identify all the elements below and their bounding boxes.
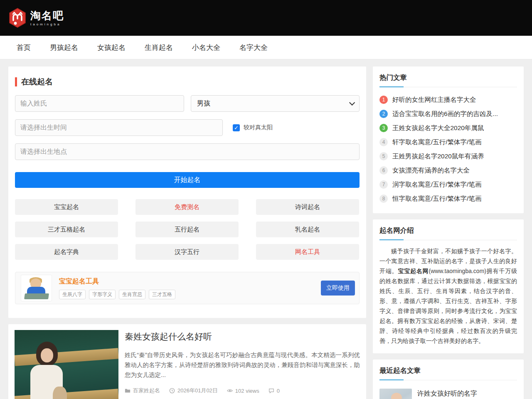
rank-badge: 4 xyxy=(379,138,388,146)
sidebar: 热门文章 1 好听的女生网红主播名字大全 2 适合宝宝取名用的6画的字的吉凶及.… xyxy=(373,66,524,399)
hot-articles-card: 热门文章 1 好听的女生网红主播名字大全 2 适合宝宝取名用的6画的字的吉凶及.… xyxy=(373,66,524,213)
hot-article-item[interactable]: 3 王姓女孩起名字大全2020年属鼠 xyxy=(379,121,517,135)
hot-article-item[interactable]: 4 轩字取名寓意/五行/繁体字/笔画 xyxy=(379,135,517,149)
rank-badge: 2 xyxy=(379,110,388,118)
baby-naming-tool-promo: 宝宝起名工具 生辰八字 字形字义 生肖宜忌 三才五格 立即使用 xyxy=(15,272,360,304)
main-nav: 首页 男孩起名 女孩起名 生肖起名 小名大全 名字大全 xyxy=(0,36,532,59)
section-title: 在线起名 xyxy=(21,76,53,87)
brand-name: 淘名吧 xyxy=(30,10,64,21)
use-now-button[interactable]: 立即使用 xyxy=(321,281,355,296)
tag-zixing: 字形字义 xyxy=(89,290,116,299)
nav-item-zodiac-names[interactable]: 生肖起名 xyxy=(145,43,173,52)
site-header: 淘名吧 taomingba xyxy=(0,0,532,36)
nav-item-girl-names[interactable]: 女孩起名 xyxy=(97,43,126,52)
nav-item-home[interactable]: 首页 xyxy=(17,43,31,52)
quick-link-free-name-test[interactable]: 免费测名 xyxy=(135,199,239,215)
tag-bazi: 生辰八字 xyxy=(59,290,86,299)
recent-article-item[interactable]: 许姓女孩好听的名字 2026-01-02 xyxy=(379,389,517,399)
tool-promo-thumbnail[interactable] xyxy=(21,275,52,301)
article-card: 秦姓女孩起什么名好听 姓氏“秦”自带历史风骨，为女孩起名可巧妙融合古典意蕴与现代… xyxy=(8,324,366,399)
rank-badge: 3 xyxy=(379,124,388,132)
hot-article-item[interactable]: 5 王姓男孩起名字2020鼠年有涵养 xyxy=(379,149,517,163)
start-naming-button[interactable]: 开始起名 xyxy=(15,172,360,188)
comment-icon xyxy=(268,388,274,394)
hot-articles-title: 热门文章 xyxy=(379,73,517,87)
rank-badge: 7 xyxy=(379,180,388,189)
tool-promo-title[interactable]: 宝宝起名工具 xyxy=(59,277,321,286)
article-date: 2026年01月02日 xyxy=(177,387,218,394)
recent-article-thumbnail xyxy=(379,389,412,399)
site-intro-text: 赐予孩子千金财富，不如赐予孩子一个好名字。一个寓意吉祥、互补助运的名字，是孩子人… xyxy=(379,246,517,346)
article-meta: 百家姓起名 2026年01月02日 102 views xyxy=(125,387,360,394)
true-solar-checkbox[interactable]: ✓ 较对真太阳 xyxy=(233,124,273,131)
gender-select[interactable]: 男孩 xyxy=(191,95,360,112)
hot-article-item[interactable]: 7 润字取名寓意/五行/繁体字/笔画 xyxy=(379,177,517,192)
tag-sancai: 三才五格 xyxy=(149,290,175,299)
quick-link-name-dictionary[interactable]: 起名字典 xyxy=(15,244,118,260)
quick-link-milk-name[interactable]: 乳名起名 xyxy=(256,222,359,237)
hot-article-item[interactable]: 2 适合宝宝取名用的6画的字的吉凶及... xyxy=(379,107,517,121)
true-solar-label: 较对真太阳 xyxy=(244,124,273,131)
nav-item-nicknames[interactable]: 小名大全 xyxy=(192,43,220,52)
quick-link-wuxing-naming[interactable]: 五行起名 xyxy=(135,222,239,237)
article-excerpt: 姓氏“秦”自带历史风骨，为女孩起名可巧妙融合古典意蕴与现代美感。本文精选一系列优… xyxy=(125,350,360,380)
site-logo[interactable]: 淘名吧 taomingba xyxy=(8,8,64,28)
chevron-down-icon xyxy=(349,100,355,106)
hot-article-item[interactable]: 6 女孩漂亮有涵养的名字大全 xyxy=(379,163,517,177)
site-intro-card: 起名网介绍 赐予孩子千金财富，不如赐予孩子一个好名字。一个寓意吉祥、互补助运的名… xyxy=(373,219,524,353)
hot-articles-list: 1 好听的女生网红主播名字大全 2 适合宝宝取名用的6画的字的吉凶及... 3 … xyxy=(379,93,517,206)
article-comment-count: 0 xyxy=(277,388,280,394)
checkbox-check-icon: ✓ xyxy=(233,124,240,131)
recent-articles-card: 最近起名文章 许姓女孩好听的名字 2026-01-02 xyxy=(373,360,524,399)
gender-select-value: 男孩 xyxy=(197,99,210,108)
tool-promo-tags: 生辰八字 字形字义 生肖宜忌 三才五格 xyxy=(59,290,321,299)
rank-badge: 5 xyxy=(379,152,388,160)
folder-icon xyxy=(125,388,131,394)
quick-link-baby-naming[interactable]: 宝宝起名 xyxy=(15,199,118,215)
quick-links-grid: 宝宝起名 免费测名 诗词起名 三才五格起名 五行起名 乳名起名 起名字典 汉字五… xyxy=(15,199,360,260)
site-intro-title: 起名网介绍 xyxy=(379,226,517,240)
quick-link-poetry-naming[interactable]: 诗词起名 xyxy=(256,199,359,215)
rank-badge: 8 xyxy=(379,195,388,203)
birth-place-input[interactable] xyxy=(15,143,360,160)
online-naming-card: 在线起名 男孩 ✓ 较对真太阳 开始起名 xyxy=(8,66,366,318)
eye-icon xyxy=(227,388,233,394)
quick-link-sancai-wuge[interactable]: 三才五格起名 xyxy=(15,222,118,237)
tag-shengxiao: 生肖宜忌 xyxy=(119,290,145,299)
brand-subtitle: taomingba xyxy=(30,22,64,26)
birth-time-input[interactable] xyxy=(15,119,223,136)
surname-input[interactable] xyxy=(15,95,184,112)
quick-link-net-name-tool[interactable]: 网名工具 xyxy=(256,244,359,260)
rank-badge: 1 xyxy=(379,96,388,104)
article-thumbnail[interactable] xyxy=(15,330,118,399)
hot-article-item[interactable]: 1 好听的女生网红主播名字大全 xyxy=(379,93,517,107)
article-title[interactable]: 秦姓女孩起什么名好听 xyxy=(125,331,360,342)
quick-link-hanzi-wuxing[interactable]: 汉字五行 xyxy=(135,244,239,260)
recent-articles-title: 最近起名文章 xyxy=(379,366,517,380)
rank-badge: 6 xyxy=(379,166,388,175)
article-views: 102 views xyxy=(235,388,259,394)
hot-article-item[interactable]: 8 恒字取名寓意/五行/繁体字/笔画 xyxy=(379,192,517,206)
section-accent-bar xyxy=(15,77,17,86)
brand-hexagon-icon xyxy=(8,8,27,28)
article-category-link[interactable]: 百家姓起名 xyxy=(133,387,160,394)
nav-item-all-names[interactable]: 名字大全 xyxy=(239,43,268,52)
nav-item-boy-names[interactable]: 男孩起名 xyxy=(50,43,78,52)
clock-icon xyxy=(169,388,175,394)
